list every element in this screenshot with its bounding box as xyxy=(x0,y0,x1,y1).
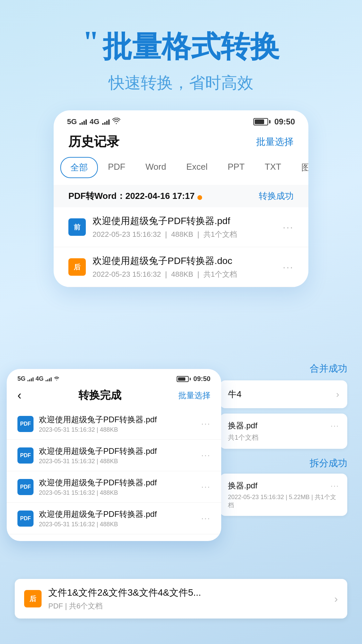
signal-area-2: 5G 4G xyxy=(17,375,60,382)
status-bar-2: 5G 4G xyxy=(7,369,221,386)
main-phone-card: 5G 4G xyxy=(54,110,308,287)
file-item-before[interactable]: 前 欢迎使用超级兔子PDF转换器.pdf 2022-05-23 15:16:32… xyxy=(54,207,308,247)
file-more-2-2[interactable]: ··· xyxy=(201,450,210,461)
time-display: 09:50 xyxy=(275,117,295,126)
tab-pdf[interactable]: PDF xyxy=(98,157,135,178)
file-info-before: 欢迎使用超级兔子PDF转换器.pdf 2022-05-23 15:16:32 |… xyxy=(93,215,277,239)
tab-ppt[interactable]: PPT xyxy=(218,157,255,178)
file-name-before: 欢迎使用超级兔子PDF转换器.pdf xyxy=(93,215,277,227)
tab-txt[interactable]: TXT xyxy=(255,157,291,178)
page-title-2: 转换完成 xyxy=(78,388,121,403)
time-2: 09:50 xyxy=(193,375,210,383)
status-right: 09:50 xyxy=(253,117,295,126)
filter-tab-bar: 全部 PDF Word Excel PPT TXT 图片 xyxy=(54,157,308,185)
file-more-2-1[interactable]: ··· xyxy=(201,419,210,429)
batch-select-button[interactable]: 批量选择 xyxy=(256,136,294,148)
split-more-icon[interactable]: ··· xyxy=(330,481,339,490)
signal-bars-4g xyxy=(102,119,110,125)
second-file-3[interactable]: PDF 欢迎使用超级兔子PDF转换器.pdf 2023-05-31 15:16:… xyxy=(7,471,221,503)
section-title-text: PDF转Word：2022-04-16 17:17 xyxy=(68,191,195,201)
signal-4g: 4G xyxy=(89,117,99,126)
split-file-meta: 2022-05-23 15:16:32 | 5.22MB | 共1个文档 xyxy=(228,493,339,509)
bottom-file-item[interactable]: 后 文件1&文件2&文件3&文件4&文件5... PDF | 共6个文档 › xyxy=(15,579,347,619)
tab-image[interactable]: 图片 xyxy=(291,157,308,178)
signal-bars-2 xyxy=(27,377,34,381)
file-meta-after: 2022-05-23 15:16:32 | 488KB | 共1个文档 xyxy=(93,269,277,279)
right-more-icon[interactable]: ··· xyxy=(330,421,339,430)
pdf-icon-1: PDF xyxy=(17,416,34,432)
battery-icon xyxy=(253,118,270,125)
split-file-item[interactable]: 换器.pdf ··· 2022-05-23 15:16:32 | 5.22MB … xyxy=(220,474,347,516)
second-file-info-4: 欢迎使用超级兔子PDF转换器.pdf 2023-05-31 15:16:32 |… xyxy=(39,509,201,528)
file-info-after: 欢迎使用超级兔子PDF转换器.doc 2022-05-23 15:16:32 |… xyxy=(93,255,277,279)
right-file-detail[interactable]: 换器.pdf ··· 共1个文档 xyxy=(220,414,347,449)
tab-word[interactable]: Word xyxy=(135,157,176,178)
bottom-section: 后 文件1&文件2&文件3&文件4&文件5... PDF | 共6个文档 › xyxy=(0,579,362,624)
bottom-file-name: 文件1&文件2&文件3&文件4&文件5... xyxy=(48,586,334,599)
file-badge-before: 前 xyxy=(68,218,86,236)
pdf-icon-3: PDF xyxy=(17,479,34,495)
section-header: PDF转Word：2022-04-16 17:17 转换成功 xyxy=(54,185,308,207)
status-right-2: 09:50 xyxy=(177,375,210,383)
file-more-icon[interactable]: ··· xyxy=(283,221,294,233)
second-file-info-1: 欢迎使用超级兔子PDF转换器.pdf 2023-05-31 15:16:32 |… xyxy=(39,414,201,433)
signal-5g-2: 5G xyxy=(17,375,25,382)
bottom-file-meta: PDF | 共6个文档 xyxy=(48,601,334,611)
bottom-file-info: 文件1&文件2&文件3&文件4&文件5... PDF | 共6个文档 xyxy=(48,586,334,611)
hero-title: 批量格式转换 xyxy=(103,27,280,67)
wifi-icon-2 xyxy=(54,376,60,382)
right-file-name-2: 换器.pdf xyxy=(228,420,257,431)
file-more-icon-2[interactable]: ··· xyxy=(283,261,294,273)
bottom-chevron-icon: › xyxy=(334,593,338,605)
card-header-2: ‹ 转换完成 批量选择 xyxy=(7,386,221,408)
wifi-icon xyxy=(112,118,120,126)
notification-dot xyxy=(197,195,202,200)
pdf-icon-4: PDF xyxy=(17,511,34,527)
split-file-name: 换器.pdf xyxy=(228,480,257,491)
chevron-right-icon: › xyxy=(336,389,339,400)
file-name-after: 欢迎使用超级兔子PDF转换器.doc xyxy=(93,255,277,267)
card-header: 历史记录 批量选择 xyxy=(54,130,308,157)
merge-status-text: 合并成功 xyxy=(310,363,347,374)
second-file-4[interactable]: PDF 欢迎使用超级兔子PDF转换器.pdf 2023-05-31 15:16:… xyxy=(7,503,221,534)
right-overlay: 合并成功 牛4 › 换器.pdf ··· 共1个文档 拆分成功 换器.pdf ·… xyxy=(220,362,347,519)
page-title: 历史记录 xyxy=(68,133,119,150)
file-more-2-3[interactable]: ··· xyxy=(201,482,210,492)
quote-mark-icon: " xyxy=(82,27,99,57)
after-badge-bottom: 后 xyxy=(24,590,42,607)
file-more-2-4[interactable]: ··· xyxy=(201,513,210,524)
tab-excel[interactable]: Excel xyxy=(176,157,218,178)
signal-4g-2: 4G xyxy=(36,375,44,382)
split-status-label: 拆分成功 xyxy=(220,457,347,470)
right-file-count: 共1个文档 xyxy=(228,433,339,442)
hero-section: " 批量格式转换 快速转换，省时高效 xyxy=(0,0,362,94)
pdf-icon-2: PDF xyxy=(17,447,34,464)
split-status-text: 拆分成功 xyxy=(310,458,347,468)
file-badge-after: 后 xyxy=(68,258,86,276)
second-phone-card: 5G 4G xyxy=(7,369,221,541)
file-item-after[interactable]: 后 欢迎使用超级兔子PDF转换器.doc 2022-05-23 15:16:32… xyxy=(54,247,308,287)
conversion-status: 转换成功 xyxy=(259,190,294,202)
signal-5g: 5G xyxy=(67,117,77,126)
second-file-info-3: 欢迎使用超级兔子PDF转换器.pdf 2023-05-31 15:16:32 |… xyxy=(39,477,201,496)
merged-file-item[interactable]: 牛4 › xyxy=(220,380,347,408)
status-bar: 5G 4G xyxy=(54,110,308,130)
section-title: PDF转Word：2022-04-16 17:17 xyxy=(68,190,202,202)
file-meta-before: 2022-05-23 15:16:32 | 488KB | 共1个文档 xyxy=(93,229,277,239)
status-signal: 5G 4G xyxy=(67,117,120,126)
second-file-2[interactable]: PDF 欢迎使用超级兔子PDF转换器.pdf 2023-05-31 15:16:… xyxy=(7,440,221,471)
signal-bars-4g-2 xyxy=(46,377,52,381)
merged-file-name: 牛4 xyxy=(228,388,241,400)
back-button[interactable]: ‹ xyxy=(17,388,21,402)
merge-status-label: 合并成功 xyxy=(220,362,347,375)
signal-bars-5g xyxy=(79,119,87,125)
second-file-info-2: 欢迎使用超级兔子PDF转换器.pdf 2023-05-31 15:16:32 |… xyxy=(39,446,201,465)
battery-icon-2 xyxy=(177,376,191,382)
second-file-1[interactable]: PDF 欢迎使用超级兔子PDF转换器.pdf 2023-05-31 15:16:… xyxy=(7,408,221,440)
hero-subtitle: 快速转换，省时高效 xyxy=(0,72,362,94)
tab-all[interactable]: 全部 xyxy=(60,157,98,178)
batch-select-2[interactable]: 批量选择 xyxy=(178,390,210,401)
